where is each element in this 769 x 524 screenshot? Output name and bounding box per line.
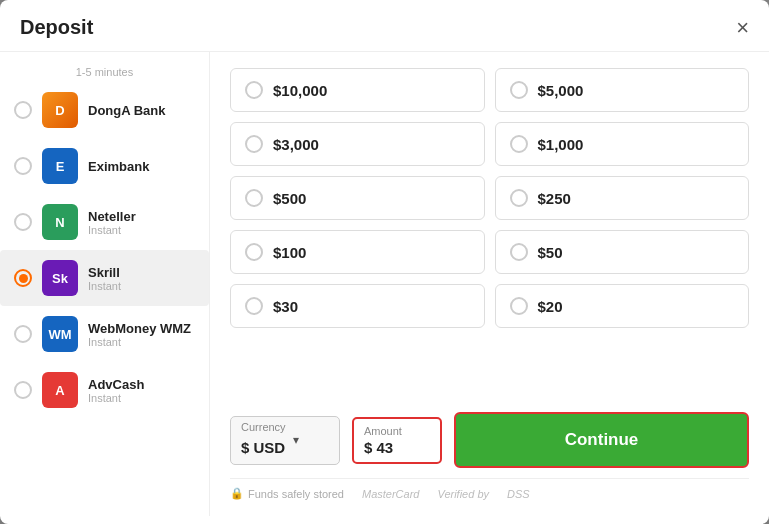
bank-speed-neteller: Instant xyxy=(88,224,136,236)
sidebar-item-neteller[interactable]: NNetellerInstant xyxy=(0,194,209,250)
amount-label-4: $500 xyxy=(273,190,306,207)
radio-neteller xyxy=(14,213,32,231)
radio-donga xyxy=(14,101,32,119)
bank-name-donga: DongA Bank xyxy=(88,103,166,118)
amount-label-7: $50 xyxy=(538,244,563,261)
sidebar-item-advcash[interactable]: AAdvCashInstant xyxy=(0,362,209,418)
amount-radio-6 xyxy=(245,243,263,261)
amount-radio-8 xyxy=(245,297,263,315)
amount-input[interactable]: Amount $ 43 xyxy=(352,417,442,464)
amount-label-8: $30 xyxy=(273,298,298,315)
radio-advcash xyxy=(14,381,32,399)
bank-name-eximbank: Eximbank xyxy=(88,159,149,174)
amount-radio-9 xyxy=(510,297,528,315)
amount-option-1[interactable]: $5,000 xyxy=(495,68,750,112)
mastercard-badge: MasterCard xyxy=(362,488,419,500)
bank-name-webmoney: WebMoney WMZ xyxy=(88,321,191,336)
chevron-down-icon: ▾ xyxy=(293,433,299,447)
modal-title: Deposit xyxy=(20,16,93,39)
amount-label-6: $100 xyxy=(273,244,306,261)
amount-radio-4 xyxy=(245,189,263,207)
amount-option-5[interactable]: $250 xyxy=(495,176,750,220)
amount-label-0: $10,000 xyxy=(273,82,327,99)
radio-skrill xyxy=(14,269,32,287)
deposit-modal: Deposit × 1-5 minutes DDongA BankEEximba… xyxy=(0,0,769,524)
bank-icon-neteller: N xyxy=(42,204,78,240)
amount-option-2[interactable]: $3,000 xyxy=(230,122,485,166)
amount-label: Amount xyxy=(364,425,430,437)
bank-info-neteller: NetellerInstant xyxy=(88,209,136,236)
bank-info-donga: DongA Bank xyxy=(88,103,166,118)
verified-badge: Verified by xyxy=(437,488,489,500)
amount-radio-7 xyxy=(510,243,528,261)
amount-option-6[interactable]: $100 xyxy=(230,230,485,274)
amount-radio-5 xyxy=(510,189,528,207)
amount-label-9: $20 xyxy=(538,298,563,315)
currency-value: $ USD xyxy=(241,439,285,456)
bank-speed-advcash: Instant xyxy=(88,392,144,404)
amount-option-8[interactable]: $30 xyxy=(230,284,485,328)
radio-webmoney xyxy=(14,325,32,343)
modal-header: Deposit × xyxy=(0,0,769,52)
radio-eximbank xyxy=(14,157,32,175)
bank-info-eximbank: Eximbank xyxy=(88,159,149,174)
bank-info-advcash: AdvCashInstant xyxy=(88,377,144,404)
bank-icon-eximbank: E xyxy=(42,148,78,184)
sidebar-section-label: 1-5 minutes xyxy=(0,60,209,82)
bottom-bar: Currency $ USD ▾ Amount $ 43 Continue xyxy=(230,412,749,468)
dss-badge: DSS xyxy=(507,488,530,500)
bank-icon-webmoney: WM xyxy=(42,316,78,352)
continue-button[interactable]: Continue xyxy=(454,412,749,468)
bank-icon-advcash: A xyxy=(42,372,78,408)
sidebar-item-donga[interactable]: DDongA Bank xyxy=(0,82,209,138)
amount-value: $ 43 xyxy=(364,439,430,456)
modal-body: 1-5 minutes DDongA BankEEximbankNNetelle… xyxy=(0,52,769,516)
amount-grid: $10,000$5,000$3,000$1,000$500$250$100$50… xyxy=(230,68,749,328)
amount-label-2: $3,000 xyxy=(273,136,319,153)
bank-icon-donga: D xyxy=(42,92,78,128)
sidebar-item-webmoney[interactable]: WMWebMoney WMZInstant xyxy=(0,306,209,362)
bank-name-advcash: AdvCash xyxy=(88,377,144,392)
currency-select[interactable]: Currency $ USD ▾ xyxy=(230,416,340,465)
bank-info-skrill: SkrillInstant xyxy=(88,265,121,292)
lock-icon: 🔒 xyxy=(230,487,244,500)
amount-radio-3 xyxy=(510,135,528,153)
amount-option-3[interactable]: $1,000 xyxy=(495,122,750,166)
bank-name-skrill: Skrill xyxy=(88,265,121,280)
amount-option-7[interactable]: $50 xyxy=(495,230,750,274)
amount-option-9[interactable]: $20 xyxy=(495,284,750,328)
amount-option-4[interactable]: $500 xyxy=(230,176,485,220)
amount-radio-2 xyxy=(245,135,263,153)
sidebar-item-eximbank[interactable]: EEximbank xyxy=(0,138,209,194)
bank-speed-webmoney: Instant xyxy=(88,336,191,348)
amount-option-0[interactable]: $10,000 xyxy=(230,68,485,112)
right-panel: $10,000$5,000$3,000$1,000$500$250$100$50… xyxy=(210,52,769,516)
payment-sidebar: 1-5 minutes DDongA BankEEximbankNNetelle… xyxy=(0,52,210,516)
amount-label-5: $250 xyxy=(538,190,571,207)
security-text: 🔒 Funds safely stored xyxy=(230,487,344,500)
amount-radio-0 xyxy=(245,81,263,99)
currency-label: Currency xyxy=(241,421,286,433)
bank-name-neteller: Neteller xyxy=(88,209,136,224)
amount-radio-1 xyxy=(510,81,528,99)
close-button[interactable]: × xyxy=(736,17,749,39)
bank-info-webmoney: WebMoney WMZInstant xyxy=(88,321,191,348)
amount-label-3: $1,000 xyxy=(538,136,584,153)
footer-security: 🔒 Funds safely stored MasterCard Verifie… xyxy=(230,478,749,500)
bank-icon-skrill: Sk xyxy=(42,260,78,296)
sidebar-item-skrill[interactable]: SkSkrillInstant xyxy=(0,250,209,306)
bank-speed-skrill: Instant xyxy=(88,280,121,292)
amount-label-1: $5,000 xyxy=(538,82,584,99)
